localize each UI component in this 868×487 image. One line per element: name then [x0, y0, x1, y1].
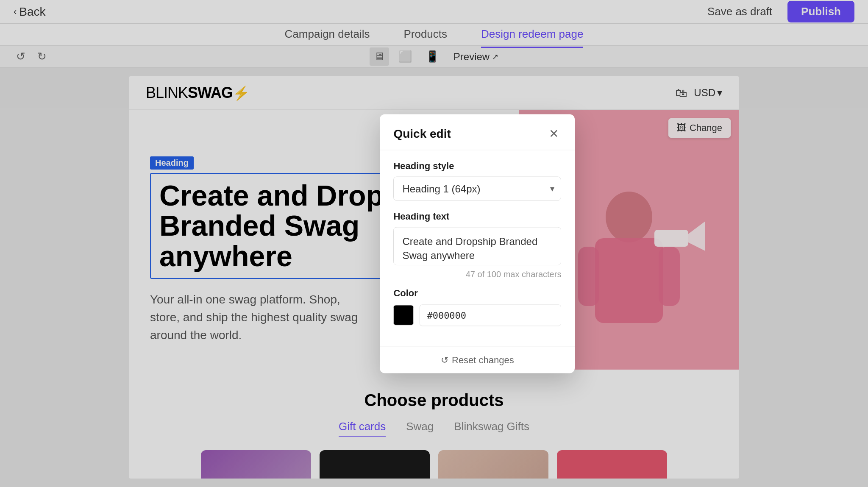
heading-text-input[interactable]: Create and Dropship Branded Swag anywher… — [393, 227, 561, 265]
reset-changes-button[interactable]: ↺ Reset changes — [441, 354, 514, 365]
modal-header: Quick edit ✕ — [380, 114, 575, 150]
modal-footer: ↺ Reset changes — [380, 346, 575, 373]
color-swatch[interactable] — [393, 305, 414, 326]
color-label: Color — [393, 287, 561, 298]
reset-label: Reset changes — [452, 354, 514, 365]
heading-style-select-wrapper: Heading 1 (64px) Heading 2 (48px) Headin… — [393, 176, 561, 200]
modal-body: Heading style Heading 1 (64px) Heading 2… — [380, 150, 575, 346]
reset-icon: ↺ — [441, 354, 448, 365]
heading-style-select[interactable]: Heading 1 (64px) Heading 2 (48px) Headin… — [393, 176, 561, 200]
modal-close-button[interactable]: ✕ — [546, 126, 561, 141]
char-count: 47 of 100 max characters — [393, 269, 561, 279]
color-picker-row — [393, 304, 561, 326]
heading-text-label: Heading text — [393, 211, 561, 222]
heading-style-label: Heading style — [393, 160, 561, 171]
color-hex-input[interactable] — [420, 304, 561, 326]
modal-title: Quick edit — [393, 127, 451, 140]
quick-edit-modal: Quick edit ✕ Heading style Heading 1 (64… — [380, 114, 575, 373]
